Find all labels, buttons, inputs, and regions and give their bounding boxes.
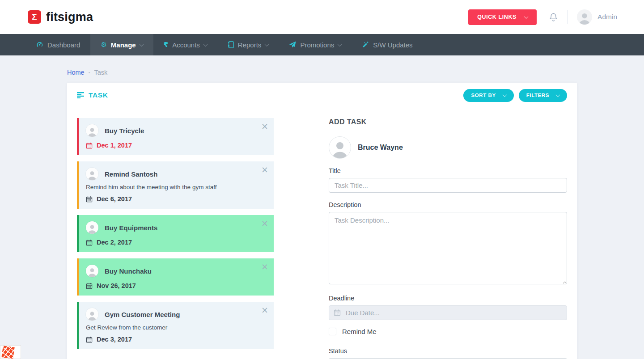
task-description: Get Review from the customer bbox=[86, 324, 267, 331]
task-item-header: Buy Nunchaku bbox=[86, 265, 267, 277]
avatar-icon bbox=[86, 265, 98, 277]
add-task-title: ADD TASK bbox=[329, 118, 567, 126]
user-name-label: Admin bbox=[597, 13, 617, 21]
remind-me-label: Remind Me bbox=[342, 328, 377, 335]
top-header: Σ fitsigma QUICK LINKS Admin bbox=[0, 0, 644, 34]
task-due-date: Dec 6, 2017 bbox=[86, 195, 267, 203]
task-item-header: Buy Tricycle bbox=[86, 124, 267, 137]
rupee-icon: ₹ bbox=[164, 42, 168, 48]
assignee-row: Bruce Wayne bbox=[329, 136, 567, 159]
book-icon bbox=[228, 41, 234, 48]
avatar-icon bbox=[86, 168, 98, 180]
nav-item-label: S/W Updates bbox=[373, 41, 412, 49]
magic-wand-icon bbox=[362, 41, 369, 48]
chevron-down-icon bbox=[502, 93, 507, 97]
task-item[interactable]: Remind Santosh×Remind him about the meet… bbox=[77, 161, 274, 209]
user-menu[interactable]: Admin bbox=[577, 9, 617, 25]
task-title: Buy Nunchaku bbox=[105, 267, 152, 275]
nav-item-label: Accounts bbox=[172, 41, 200, 49]
task-title: Buy Tricycle bbox=[105, 127, 144, 135]
remind-me-checkbox[interactable] bbox=[329, 328, 336, 335]
quick-links-label: QUICK LINKS bbox=[477, 14, 517, 20]
nav-item-dashboard[interactable]: Dashboard bbox=[26, 34, 90, 55]
task-due-date: Dec 1, 2017 bbox=[86, 142, 267, 149]
panel-actions: SORT BY FILTERS bbox=[463, 89, 567, 102]
breadcrumb-separator: • bbox=[89, 70, 90, 75]
brand-logo[interactable]: Σ fitsigma bbox=[28, 10, 93, 24]
task-date-label: Dec 1, 2017 bbox=[97, 142, 132, 149]
chevron-down-icon bbox=[338, 42, 342, 46]
nav-item-manage[interactable]: ⚙Manage bbox=[90, 34, 153, 55]
task-date-label: Nov 26, 2017 bbox=[97, 282, 136, 289]
description-field-label: Description bbox=[329, 201, 567, 208]
remind-me-row: Remind Me bbox=[329, 328, 567, 335]
paper-plane-icon bbox=[289, 41, 296, 48]
panel-title: TASK bbox=[77, 91, 108, 99]
calendar-icon bbox=[86, 196, 93, 203]
calendar-icon bbox=[86, 336, 93, 343]
nav-item-reports[interactable]: Reports bbox=[217, 34, 279, 55]
chevron-down-icon bbox=[265, 42, 269, 46]
list-bars-icon bbox=[77, 92, 85, 98]
title-field-label: Title bbox=[329, 167, 567, 174]
status-field-label: Status bbox=[329, 347, 567, 355]
task-date-label: Dec 2, 2017 bbox=[97, 239, 132, 246]
header-divider bbox=[568, 10, 568, 24]
due-date-input[interactable] bbox=[329, 305, 567, 320]
add-task-form: ADD TASK Bruce Wayne Title Description D… bbox=[329, 118, 567, 359]
calendar-icon bbox=[86, 142, 93, 149]
task-due-date: Dec 2, 2017 bbox=[86, 239, 267, 246]
assignee-name: Bruce Wayne bbox=[358, 144, 403, 152]
task-title: Remind Santosh bbox=[105, 170, 157, 178]
deadline-field-label: Deadline bbox=[329, 295, 567, 302]
task-date-label: Dec 6, 2017 bbox=[97, 195, 132, 203]
chevron-down-icon bbox=[524, 14, 529, 19]
status-field: Status bbox=[329, 347, 567, 359]
calendar-icon bbox=[86, 283, 93, 289]
task-item-header: Gym Customer Meeting bbox=[86, 308, 267, 321]
calendar-icon bbox=[334, 309, 341, 318]
dashboard-icon bbox=[36, 41, 43, 48]
task-title-input[interactable] bbox=[329, 178, 567, 193]
corner-badge-icon bbox=[0, 345, 21, 359]
bell-icon[interactable] bbox=[548, 12, 559, 22]
avatar-icon bbox=[86, 308, 98, 321]
panel-body: Buy Tricycle×Dec 1, 2017Remind Santosh×R… bbox=[67, 108, 577, 359]
task-item[interactable]: Buy Tricycle×Dec 1, 2017 bbox=[77, 118, 274, 155]
nav-item-label: Dashboard bbox=[47, 41, 80, 49]
main-nav: Dashboard⚙Manage₹AccountsReportsPromotio… bbox=[0, 34, 644, 55]
task-due-date: Nov 26, 2017 bbox=[86, 282, 267, 289]
sort-by-button[interactable]: SORT BY bbox=[463, 89, 513, 102]
task-date-label: Dec 3, 2017 bbox=[97, 336, 132, 343]
breadcrumb-current: Task bbox=[94, 69, 108, 76]
avatar-icon bbox=[577, 9, 592, 25]
avatar-icon bbox=[86, 221, 98, 234]
close-icon[interactable]: × bbox=[261, 219, 268, 228]
task-item-header: Remind Santosh bbox=[86, 168, 267, 180]
quick-links-button[interactable]: QUICK LINKS bbox=[468, 9, 537, 25]
brand-name: fitsigma bbox=[46, 10, 93, 24]
breadcrumb-home-link[interactable]: Home bbox=[67, 69, 85, 76]
close-icon[interactable]: × bbox=[261, 165, 268, 174]
nav-item-s-w-updates[interactable]: S/W Updates bbox=[352, 34, 423, 55]
task-description-input[interactable] bbox=[329, 212, 567, 284]
close-icon[interactable]: × bbox=[261, 262, 268, 271]
task-card-panel: TASK SORT BY FILTERS Buy Tricycle×Dec 1,… bbox=[67, 83, 577, 359]
close-icon[interactable]: × bbox=[261, 306, 268, 314]
task-description: Remind him about the meeting with the gy… bbox=[86, 184, 267, 190]
nav-item-accounts[interactable]: ₹Accounts bbox=[153, 34, 217, 55]
task-item[interactable]: Buy Nunchaku×Nov 26, 2017 bbox=[77, 258, 274, 296]
close-icon[interactable]: × bbox=[261, 122, 268, 131]
chevron-down-icon bbox=[139, 42, 144, 46]
breadcrumb: Home • Task bbox=[67, 69, 577, 76]
task-item[interactable]: Buy Equipments×Dec 2, 2017 bbox=[77, 215, 274, 252]
nav-item-label: Manage bbox=[111, 41, 136, 49]
sigma-icon: Σ bbox=[28, 10, 41, 24]
nav-item-promotions[interactable]: Promotions bbox=[279, 34, 352, 55]
sort-by-label: SORT BY bbox=[471, 93, 496, 98]
filters-button[interactable]: FILTERS bbox=[519, 89, 567, 102]
chevron-down-icon bbox=[203, 42, 208, 46]
avatar-icon bbox=[86, 124, 98, 137]
nav-item-label: Reports bbox=[238, 41, 262, 49]
task-item[interactable]: Gym Customer Meeting×Get Review from the… bbox=[77, 302, 274, 349]
